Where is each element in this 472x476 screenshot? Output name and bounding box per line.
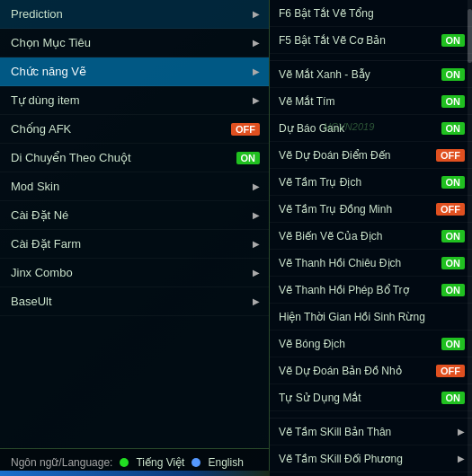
submenu-item-label: Vẽ Tầm SKill Bản Thân: [279, 426, 458, 438]
submenu-item-label: Vẽ Tầm Trụ Đồng Minh: [279, 203, 436, 216]
submenu-item-15[interactable]: Tự Sử Dụng MắtON: [270, 384, 472, 411]
arrow-right-icon: ▶: [253, 239, 260, 249]
submenu-item-5[interactable]: Dự Báo GankON: [270, 115, 472, 142]
submenu-item-14[interactable]: Vẽ Dự Đoán Bản Đồ NhỏOFF: [270, 357, 472, 384]
submenu-item-label: Vẽ Dự Đoán Điểm Đến: [279, 149, 436, 162]
submenu-toggle-badge[interactable]: ON: [441, 338, 466, 350]
arrow-right-icon: ▶: [253, 268, 260, 278]
arrow-right-icon: ▶: [253, 210, 260, 220]
language-label: Ngôn ngữ/Language:: [11, 456, 112, 469]
submenu-item-8[interactable]: Vẽ Tầm Trụ Đồng MinhOFF: [270, 196, 472, 223]
submenu-item-6[interactable]: Vẽ Dự Đoán Điểm ĐếnOFF: [270, 142, 472, 169]
submenu-arrow-right-icon: ▶: [458, 427, 465, 436]
submenu-item-label: Vẽ Thanh Hồi Chiêu Địch: [279, 257, 441, 269]
left-menu: Prediction▶Chọn Mục Tiêu▶Chức năng Vẽ▶Tự…: [0, 0, 270, 476]
submenu-item-label: F6 Bật Tắt Vẽ Tổng: [279, 7, 465, 20]
left-menu-item-10[interactable]: BaseUlt▶: [0, 287, 269, 316]
submenu-item-label: Vẽ Dự Đoán Bản Đồ Nhỏ: [279, 365, 436, 377]
submenu-item-13[interactable]: Vẽ Bóng ĐịchON: [270, 331, 472, 357]
menu-item-label: Mod Skin: [11, 180, 253, 193]
english-label[interactable]: English: [208, 456, 243, 469]
submenu-item-label: Hiện Thời Gian Hồi Sinh Rừng: [279, 311, 465, 323]
scrollbar-thumb[interactable]: [468, 9, 472, 63]
submenu-toggle-badge[interactable]: OFF: [436, 365, 465, 377]
arrow-right-icon: ▶: [253, 95, 260, 105]
arrow-right-icon: ▶: [253, 66, 260, 76]
submenu-item-7[interactable]: Vẽ Tầm Trụ ĐịchON: [270, 169, 472, 196]
menu-item-label: Jinx Combo: [11, 266, 253, 279]
submenu-item-label: Tự Sử Dụng Mắt: [279, 392, 441, 404]
submenu-spacer: [270, 411, 472, 419]
menu-item-label: Chọn Mục Tiêu: [11, 36, 253, 49]
submenu-toggle-badge[interactable]: OFF: [436, 203, 465, 216]
toggle-badge[interactable]: ON: [236, 152, 261, 164]
left-menu-item-2[interactable]: Chức năng Vẽ▶: [0, 57, 269, 86]
submenu-item-label: Vẽ Mắt Xanh - Bẫy: [279, 68, 441, 81]
submenu-toggle-badge[interactable]: ON: [441, 284, 466, 296]
arrow-right-icon: ▶: [253, 9, 260, 19]
submenu-item-1[interactable]: F5 Bật Tắt Vẽ Cơ BảnON: [270, 27, 472, 54]
submenu-item-label: Vẽ Bóng Địch: [279, 338, 441, 350]
vietnamese-label[interactable]: Tiếng Việt: [136, 456, 184, 469]
submenu-toggle-badge[interactable]: ON: [441, 392, 466, 404]
left-menu-item-8[interactable]: Cài Đặt Farm▶: [0, 230, 269, 259]
menu-item-label: Tự dùng item: [11, 93, 253, 107]
left-menu-item-0[interactable]: Prediction▶: [0, 0, 269, 29]
submenu-arrow-right-icon: ▶: [458, 454, 465, 463]
submenu-item-9[interactable]: Vẽ Biến Vẽ Của ĐịchON: [270, 223, 472, 250]
menu-item-label: Prediction: [11, 7, 253, 21]
left-menu-item-5[interactable]: Di Chuyển Theo ChuộtON: [0, 144, 269, 172]
menu-item-label: Chức năng Vẽ: [11, 65, 253, 78]
left-menu-item-9[interactable]: Jinx Combo▶: [0, 259, 269, 287]
submenu-toggle-badge[interactable]: OFF: [436, 149, 465, 162]
left-menu-item-3[interactable]: Tự dùng item▶: [0, 86, 269, 115]
menu-item-label: Di Chuyển Theo Chuột: [11, 151, 236, 164]
arrow-right-icon: ▶: [253, 296, 260, 306]
left-menu-item-4[interactable]: Chống AFKOFF: [0, 115, 269, 144]
submenu-item-label: Vẽ Thanh Hồi Phép Bổ Trợ: [279, 284, 441, 296]
menu-item-label: Cài Đặt Né: [11, 208, 253, 222]
submenu-toggle-badge[interactable]: ON: [441, 122, 466, 135]
submenu-item-17[interactable]: Vẽ Tầm SKill Bản Thân▶: [270, 419, 472, 445]
submenu-item-0[interactable]: F6 Bật Tắt Vẽ Tổng: [270, 0, 472, 27]
submenu-item-label: Vẽ Tầm SKill Đối Phương: [279, 453, 458, 465]
submenu-item-label: Dự Báo Gank: [279, 122, 441, 135]
submenu-item-label: F5 Bật Tắt Vẽ Cơ Bản: [279, 34, 441, 47]
submenu-item-4[interactable]: Vẽ Mắt TímON: [270, 88, 472, 115]
left-menu-item-7[interactable]: Cài Đặt Né▶: [0, 201, 269, 230]
submenu-item-label: Vẽ Tầm Trụ Địch: [279, 176, 441, 189]
menu-item-label: BaseUlt: [11, 295, 253, 308]
submenu-item-3[interactable]: Vẽ Mắt Xanh - BẫyON: [270, 61, 472, 88]
bottom-bar: [0, 471, 270, 476]
submenu-spacer: [270, 54, 472, 61]
menu-item-label: Chống AFK: [11, 122, 231, 136]
right-submenu: F6 Bật Tắt Vẽ TổngF5 Bật Tắt Vẽ Cơ BảnON…: [270, 0, 472, 476]
left-menu-item-1[interactable]: Chọn Mục Tiêu▶: [0, 29, 269, 57]
submenu-item-11[interactable]: Vẽ Thanh Hồi Phép Bổ TrợON: [270, 277, 472, 304]
submenu-toggle-badge[interactable]: ON: [441, 95, 466, 108]
english-dot: [191, 458, 200, 467]
submenu-toggle-badge[interactable]: ON: [441, 230, 466, 242]
submenu-item-label: Vẽ Biến Vẽ Của Địch: [279, 230, 441, 242]
vietnamese-dot: [120, 458, 129, 467]
submenu-item-label: Vẽ Mắt Tím: [279, 95, 441, 108]
left-menu-item-6[interactable]: Mod Skin▶: [0, 172, 269, 201]
submenu-item-10[interactable]: Vẽ Thanh Hồi Chiêu ĐịchON: [270, 250, 472, 277]
arrow-right-icon: ▶: [253, 38, 260, 48]
toggle-badge[interactable]: OFF: [231, 123, 260, 136]
menu-item-label: Cài Đặt Farm: [11, 237, 253, 251]
submenu-toggle-badge[interactable]: ON: [441, 68, 466, 81]
submenu-item-12[interactable]: Hiện Thời Gian Hồi Sinh Rừng: [270, 304, 472, 331]
submenu-toggle-badge[interactable]: ON: [441, 257, 466, 269]
submenu-item-18[interactable]: Vẽ Tầm SKill Đối Phương▶: [270, 445, 472, 472]
submenu-toggle-badge[interactable]: ON: [441, 34, 466, 47]
arrow-right-icon: ▶: [253, 181, 260, 191]
submenu-toggle-badge[interactable]: ON: [441, 176, 466, 189]
